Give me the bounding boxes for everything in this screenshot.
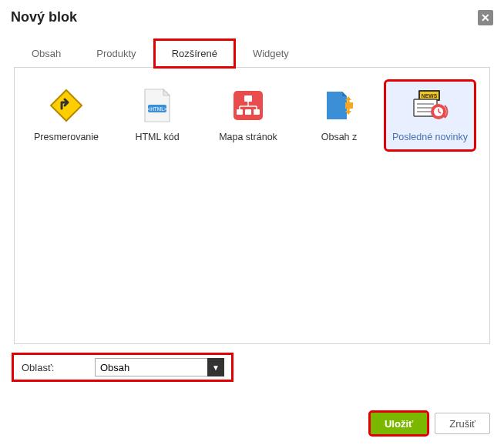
button-label: Uložiť	[385, 418, 413, 430]
block-label: Mapa stránok	[206, 131, 291, 143]
oblast-row: Oblasť: Obsah ▼	[14, 355, 231, 380]
tab-label: Rozšírené	[172, 48, 217, 59]
content-from-icon	[297, 86, 381, 125]
svg-text:NEWS: NEWS	[422, 93, 438, 99]
close-button[interactable]: ✕	[478, 10, 493, 25]
tab-produkty[interactable]: Produkty	[79, 39, 153, 68]
svg-text:<HTML>: <HTML>	[147, 106, 166, 112]
block-label: Presmerovanie	[24, 131, 109, 143]
block-mapa-stranok[interactable]: Mapa stránok	[204, 82, 292, 149]
oblast-label: Oblasť:	[22, 362, 95, 373]
save-button[interactable]: Uložiť	[371, 413, 427, 434]
svg-rect-9	[237, 109, 243, 115]
html-file-icon: <HTML>	[115, 86, 200, 125]
tab-label: Produkty	[96, 48, 136, 59]
dialog-title: Nový blok	[11, 9, 77, 25]
tab-label: Widgety	[253, 48, 289, 59]
block-posledne-novinky[interactable]: NEWS Posledné novinky	[386, 82, 474, 149]
svg-rect-10	[245, 109, 251, 115]
tab-obsah[interactable]: Obsah	[14, 39, 79, 68]
oblast-select-wrap: Obsah ▼	[95, 358, 224, 376]
block-obsah-z[interactable]: Obsah z	[295, 82, 383, 149]
block-label: Obsah z	[297, 131, 381, 143]
oblast-select[interactable]: Obsah	[95, 358, 224, 376]
svg-rect-11	[254, 109, 260, 115]
block-label: Posledné novinky	[388, 131, 472, 143]
button-label: Zrušiť	[449, 418, 475, 430]
tab-widgety[interactable]: Widgety	[235, 39, 307, 68]
dialog-actions: Uložiť Zrušiť	[371, 413, 490, 434]
block-presmerovanie[interactable]: Presmerovanie	[22, 82, 110, 149]
tab-rozsirene[interactable]: Rozšírené	[154, 39, 235, 68]
news-icon: NEWS	[388, 86, 472, 125]
tabs-bar: Obsah Produkty Rozšírené Widgety	[0, 39, 504, 68]
close-icon: ✕	[481, 12, 490, 23]
block-html-kod[interactable]: <HTML> HTML kód	[113, 82, 201, 149]
cancel-button[interactable]: Zrušiť	[435, 413, 490, 434]
sitemap-icon	[206, 86, 291, 125]
block-label: HTML kód	[115, 131, 200, 143]
tab-label: Obsah	[32, 48, 61, 59]
content-panel: Presmerovanie <HTML> HTML kód	[14, 67, 490, 344]
redirect-icon	[24, 86, 109, 125]
svg-rect-4	[244, 95, 252, 102]
dialog-header: Nový blok ✕	[0, 0, 504, 32]
footer-area: Oblasť: Obsah ▼	[0, 344, 504, 380]
